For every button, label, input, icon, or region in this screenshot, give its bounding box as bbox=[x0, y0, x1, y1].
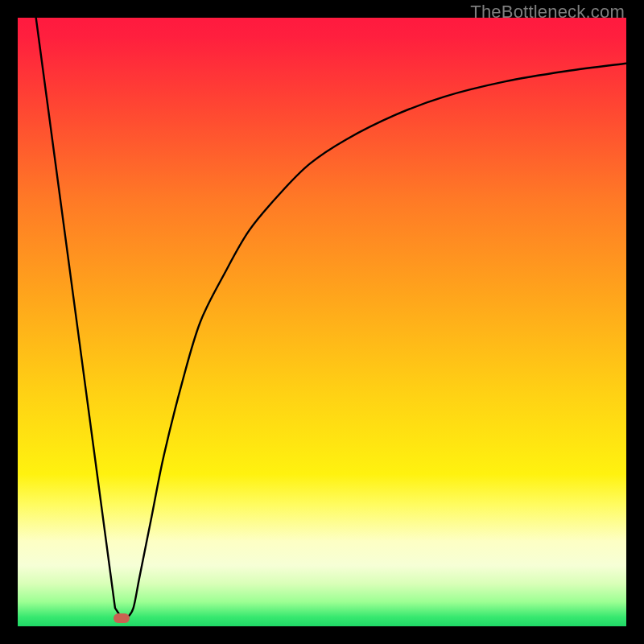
bottleneck-chart bbox=[18, 18, 626, 626]
watermark-text: TheBottleneck.com bbox=[470, 2, 625, 23]
optimal-point-marker bbox=[114, 613, 130, 623]
chart-frame bbox=[18, 18, 626, 626]
gradient-background bbox=[18, 18, 626, 626]
